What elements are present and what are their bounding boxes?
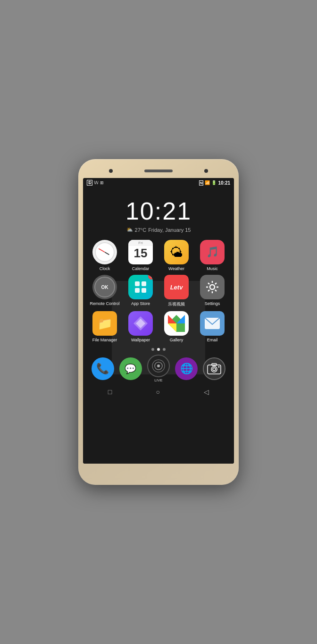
remote-ok-text: OK [101,285,108,290]
phone-icon-symbol: 📞 [96,363,109,375]
filemanager-app-icon[interactable]: 📁 [92,311,117,336]
app-letv[interactable]: Letv 乐视视频 [160,275,192,307]
nav-bar: □ ○ ◁ [83,385,234,398]
letv-app-label: 乐视视频 [168,301,185,307]
camera-icon-svg [207,363,221,375]
page-dots [83,348,234,351]
phone-bottom [83,464,234,480]
clock-date: ⛅ 27°C Friday, January 15 [83,227,234,233]
dock-messages[interactable]: 💬 [119,357,142,380]
nav-home[interactable]: ○ [156,388,159,396]
appstore-app-icon[interactable]: 7 [128,275,153,299]
email-app-label: Email [207,338,218,342]
app-clock[interactable]: Clock [89,240,121,271]
page-dot-3[interactable] [163,348,166,351]
letv-text: Letv [170,284,183,291]
clock-app-label: Clock [100,266,110,271]
front-camera [109,169,113,173]
wifi-icon: 📶 [205,180,210,185]
music-app-icon[interactable]: 🎵 [200,240,225,264]
browser-dock-icon[interactable]: 🌐 [175,357,198,380]
camera-dock-icon[interactable] [203,357,225,380]
app-appstore[interactable]: 7 App Store [125,275,157,307]
app-filemanager[interactable]: 📁 File Manager [89,311,121,342]
svg-point-4 [210,285,215,289]
page-dot-2[interactable] [157,348,160,351]
sim-icon: ① [87,180,92,186]
gallery-app-icon[interactable] [164,311,189,336]
nfc-icon: N [199,180,204,186]
page-dot-1[interactable] [151,348,154,351]
weibo-icon: 𝕎 [94,180,99,185]
email-icon-svg [204,317,221,330]
nav-recent[interactable]: □ [108,388,112,396]
appstore-icon-svg [133,280,148,295]
live-dock-icon[interactable] [147,355,170,377]
svg-line-9 [208,283,209,284]
clock-minute-hand [99,248,105,253]
wallpaper-app-label: Wallpaper [131,338,150,342]
weather-icon: ⛅ [126,227,133,233]
svg-line-12 [208,290,209,291]
dock-browser[interactable]: 🌐 [175,357,198,380]
nav-back[interactable]: ◁ [204,388,209,396]
svg-line-10 [215,290,217,291]
calendar-app-label: Calendar [132,266,150,271]
app-email[interactable]: Email [196,311,228,342]
battery-icon: 🔋 [211,180,217,185]
dock-live[interactable]: LIVE [147,355,170,382]
gear-icon [204,279,220,295]
svg-line-11 [215,283,217,284]
speaker [144,169,173,172]
live-icon-svg [151,358,166,373]
svg-rect-29 [212,364,217,365]
badge: 7 [148,275,153,280]
email-app-icon[interactable] [200,311,225,336]
app-gallery[interactable]: Gallery [160,311,192,342]
remote-app-icon[interactable]: OK [92,275,117,299]
svg-point-25 [157,364,160,367]
svg-point-27 [211,366,217,372]
phone-screen: ① 𝕎 ⊞ N 📶 🔋 10:21 10:21 ⛅ 27°C Friday, J… [83,178,234,464]
weather-app-icon[interactable]: 🌤 [164,240,189,264]
music-icon-symbol: 🎵 [206,246,219,258]
status-right-icons: N 📶 🔋 10:21 [199,180,230,186]
app-settings[interactable]: Settings [196,275,228,307]
calendar-app-icon[interactable]: Fri 15 [128,240,153,264]
svg-rect-2 [135,288,140,293]
grid-icon: ⊞ [100,180,104,185]
camera-sensor [204,169,208,173]
app-music[interactable]: 🎵 Music [196,240,228,271]
remote-app-label: Remote Control [90,301,119,306]
settings-app-label: Settings [205,301,220,306]
gallery-app-label: Gallery [170,338,184,342]
app-weather[interactable]: 🌤 Weather [160,240,192,271]
app-remote[interactable]: OK Remote Control [89,275,121,307]
date-text: Friday, January 15 [148,227,191,233]
folder-icon-symbol: 📁 [97,316,112,331]
weather-app-label: Weather [168,266,184,271]
calendar-header: Fri [128,240,153,246]
clock-display: 10:21 ⛅ 27°C Friday, January 15 [83,187,234,235]
live-label: LIVE [154,378,162,382]
svg-point-28 [213,368,216,371]
clock-app-icon[interactable] [92,240,117,264]
svg-marker-20 [176,323,185,332]
letv-app-icon[interactable]: Letv [164,275,189,299]
wallpaper-icon-svg [133,315,149,331]
phone-device: ① 𝕎 ⊞ N 📶 🔋 10:21 10:21 ⛅ 27°C Friday, J… [78,159,239,485]
messages-dock-icon[interactable]: 💬 [119,357,142,380]
wallpaper-app-icon[interactable] [128,311,153,336]
app-calendar[interactable]: Fri 15 Calendar [125,240,157,271]
app-wallpaper[interactable]: Wallpaper [125,311,157,342]
settings-app-icon[interactable] [200,275,225,299]
svg-rect-1 [142,281,146,286]
dock-camera[interactable] [203,357,225,380]
filemanager-app-label: File Manager [92,338,117,342]
status-bar: ① 𝕎 ⊞ N 📶 🔋 10:21 [83,178,234,187]
gallery-icon-svg [167,314,186,333]
clock-face [95,242,115,262]
calendar-date: 15 [134,246,148,260]
phone-dock-icon[interactable]: 📞 [92,357,114,380]
dock-phone[interactable]: 📞 [92,357,114,380]
